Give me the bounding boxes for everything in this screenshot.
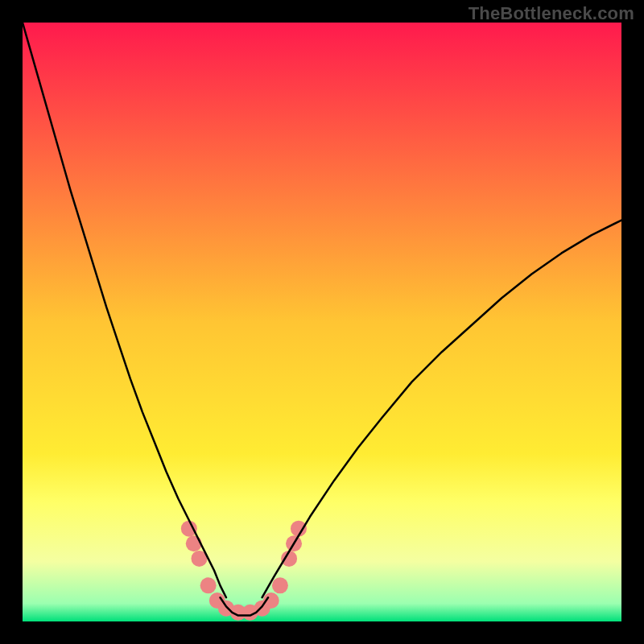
valley-marker [272, 577, 288, 593]
valley-marker [186, 535, 202, 551]
watermark-text: TheBottleneck.com [469, 3, 634, 24]
chart-frame: TheBottleneck.com [0, 0, 644, 644]
plot-svg [23, 23, 621, 621]
valley-marker [181, 521, 197, 537]
plot-area [23, 23, 621, 621]
valley-marker [200, 577, 217, 593]
